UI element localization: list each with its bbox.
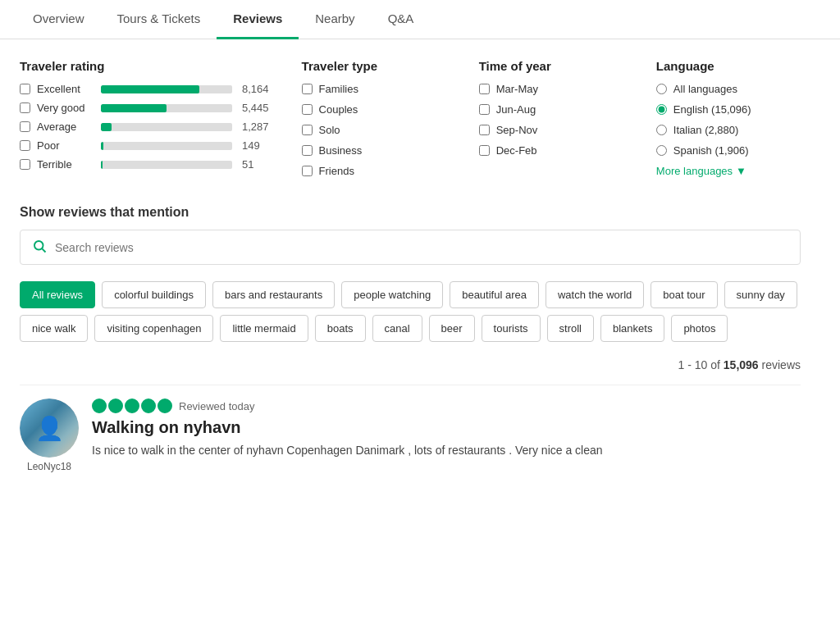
lang-item: Italian (2,880) bbox=[656, 124, 801, 136]
rating-bar-container bbox=[101, 104, 232, 112]
rating-bar-container bbox=[101, 142, 232, 150]
rating-label: Average bbox=[37, 121, 94, 133]
tag-button[interactable]: All reviews bbox=[20, 281, 95, 308]
reviewer-name: LeoNyc18 bbox=[20, 461, 79, 472]
reviewer-section: 👤 LeoNyc18 bbox=[20, 399, 79, 472]
lang-item: Spanish (1,906) bbox=[656, 144, 801, 157]
traveler-type-filter: Traveler type Families Couples Solo Busi… bbox=[302, 59, 446, 185]
rating-checkbox[interactable] bbox=[20, 102, 30, 113]
tag-button[interactable]: nice walk bbox=[20, 315, 88, 342]
type-label: Friends bbox=[319, 165, 354, 177]
tag-button[interactable]: stroll bbox=[547, 315, 594, 342]
rating-count: 51 bbox=[242, 158, 253, 171]
time-checkbox[interactable] bbox=[479, 84, 490, 94]
chevron-down-icon: ▼ bbox=[736, 165, 746, 177]
rating-checkbox[interactable] bbox=[20, 84, 30, 94]
rating-items: Excellent 8,164 Very good 5,445 Average … bbox=[20, 83, 269, 171]
tag-button[interactable]: tourists bbox=[482, 315, 541, 342]
type-item: Couples bbox=[302, 103, 446, 116]
tag-button[interactable]: sunny day bbox=[724, 281, 797, 308]
rating-checkbox[interactable] bbox=[20, 159, 30, 170]
rating-bar bbox=[101, 85, 199, 93]
tab-nearby[interactable]: Nearby bbox=[299, 0, 371, 39]
tag-button[interactable]: blankets bbox=[600, 315, 664, 342]
rating-count: 149 bbox=[242, 139, 260, 152]
rating-item: Poor 149 bbox=[20, 139, 269, 152]
type-checkbox[interactable] bbox=[302, 84, 313, 94]
tag-button[interactable]: beautiful area bbox=[450, 281, 539, 308]
traveler-rating-title: Traveler rating bbox=[20, 59, 269, 73]
tag-button[interactable]: little mermaid bbox=[220, 315, 308, 342]
avatar-image: 👤 bbox=[20, 399, 79, 458]
filters-row: Traveler rating Excellent 8,164 Very goo… bbox=[20, 59, 801, 185]
time-label: Dec-Feb bbox=[496, 144, 537, 157]
language-title: Language bbox=[656, 59, 801, 73]
review-card: 👤 LeoNyc18 Reviewed today Walking on nyh… bbox=[20, 399, 801, 485]
avatar: 👤 bbox=[20, 399, 79, 458]
tag-button[interactable]: boat tour bbox=[651, 281, 717, 308]
type-checkbox[interactable] bbox=[302, 145, 313, 156]
rating-label: Very good bbox=[37, 102, 94, 114]
rating-bar bbox=[101, 104, 167, 112]
tag-button[interactable]: colorful buildings bbox=[102, 281, 206, 308]
lang-radio[interactable] bbox=[656, 145, 667, 156]
time-checkbox[interactable] bbox=[479, 125, 490, 135]
rating-count: 1,287 bbox=[242, 121, 269, 133]
rating-item: Excellent 8,164 bbox=[20, 83, 269, 95]
type-label: Couples bbox=[319, 103, 358, 116]
time-checkbox[interactable] bbox=[479, 104, 490, 115]
tag-button[interactable]: canal bbox=[372, 315, 422, 342]
type-item: Families bbox=[302, 83, 446, 95]
lang-label: English (15,096) bbox=[673, 103, 751, 116]
tags-container: All reviewscolorful buildingsbars and re… bbox=[20, 281, 801, 342]
time-title: Time of year bbox=[479, 59, 623, 73]
lang-label: Spanish (1,906) bbox=[673, 144, 749, 157]
rating-label: Poor bbox=[37, 139, 94, 152]
type-item: Solo bbox=[302, 124, 446, 136]
tag-button[interactable]: beer bbox=[429, 315, 475, 342]
lang-radio[interactable] bbox=[656, 104, 667, 115]
svg-line-1 bbox=[42, 248, 45, 252]
time-checkbox[interactable] bbox=[479, 145, 490, 156]
rating-checkbox[interactable] bbox=[20, 140, 30, 151]
tab-tours[interactable]: Tours & Tickets bbox=[101, 0, 217, 39]
tag-button[interactable]: bars and restaurants bbox=[212, 281, 335, 308]
time-label: Mar-May bbox=[496, 83, 538, 95]
lang-radio[interactable] bbox=[656, 84, 667, 94]
rating-count: 5,445 bbox=[242, 102, 269, 114]
type-item: Friends bbox=[302, 165, 446, 177]
more-languages-link[interactable]: More languages ▼ bbox=[656, 165, 801, 177]
star-circle bbox=[158, 399, 172, 413]
type-label: Business bbox=[319, 144, 363, 157]
lang-label: All languages bbox=[673, 83, 737, 95]
type-checkbox[interactable] bbox=[302, 104, 313, 115]
time-item: Sep-Nov bbox=[479, 124, 623, 136]
tag-button[interactable]: watch the world bbox=[546, 281, 644, 308]
tab-overview[interactable]: Overview bbox=[16, 0, 101, 39]
rating-checkbox[interactable] bbox=[20, 121, 30, 132]
traveler-type-title: Traveler type bbox=[302, 59, 446, 73]
type-checkbox[interactable] bbox=[302, 125, 313, 135]
rating-bar-container bbox=[101, 123, 232, 131]
lang-items: All languages English (15,096) Italian (… bbox=[656, 83, 801, 157]
tag-button[interactable]: people watching bbox=[341, 281, 443, 308]
traveler-rating-filter: Traveler rating Excellent 8,164 Very goo… bbox=[20, 59, 269, 185]
rating-bar-container bbox=[101, 161, 232, 169]
time-of-year-filter: Time of year Mar-May Jun-Aug Sep-Nov Dec… bbox=[479, 59, 623, 185]
rating-item: Very good 5,445 bbox=[20, 102, 269, 114]
lang-item: All languages bbox=[656, 83, 801, 95]
rating-bar bbox=[101, 123, 112, 131]
tab-qa[interactable]: Q&A bbox=[372, 0, 431, 39]
search-input[interactable] bbox=[55, 241, 788, 254]
tab-reviews[interactable]: Reviews bbox=[217, 0, 299, 39]
tag-button[interactable]: visiting copenhagen bbox=[94, 315, 213, 342]
star-circle bbox=[108, 399, 123, 413]
review-count: 1 - 10 of 15,096 reviews bbox=[20, 358, 801, 371]
lang-radio[interactable] bbox=[656, 125, 667, 135]
tag-button[interactable]: boats bbox=[315, 315, 366, 342]
rating-label: Terrible bbox=[37, 158, 94, 171]
tag-button[interactable]: photos bbox=[671, 315, 728, 342]
nav-tabs: Overview Tours & Tickets Reviews Nearby … bbox=[0, 0, 840, 39]
search-box bbox=[20, 230, 801, 265]
type-checkbox[interactable] bbox=[302, 166, 313, 176]
